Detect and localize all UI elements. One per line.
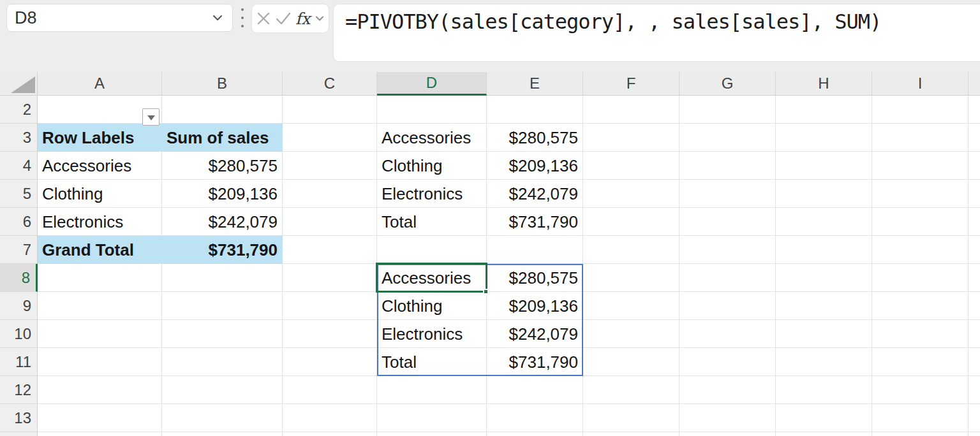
filter-triangle-icon [147, 115, 155, 120]
cell-a4[interactable]: Accessories [38, 152, 162, 180]
column-header-i[interactable]: I [872, 72, 969, 96]
cell-d5[interactable]: Electronics [377, 180, 487, 208]
filter-dropdown-button[interactable] [142, 108, 160, 126]
row-header-4[interactable]: 4 [0, 152, 38, 180]
insert-function-button[interactable]: fx [295, 11, 310, 27]
chevron-down-icon[interactable] [212, 12, 223, 24]
pivot-grand-total-label[interactable]: Grand Total [38, 236, 162, 264]
cell-b6[interactable]: $242,079 [162, 208, 283, 236]
name-box[interactable]: D8 [6, 4, 233, 32]
cancel-button[interactable] [256, 11, 271, 25]
row-header-8-selected[interactable]: 8 [0, 264, 38, 292]
row-header-7[interactable]: 7 [0, 236, 38, 264]
column-header-h[interactable]: H [776, 72, 872, 96]
pivot-grand-total-value[interactable]: $731,790 [162, 236, 283, 264]
row-header-5[interactable]: 5 [0, 180, 38, 208]
formula-area: D8 fx =PIVOTBY(sales[category], , sales[… [0, 0, 980, 72]
column-header-e[interactable]: E [487, 72, 583, 96]
column-header-b[interactable]: B [162, 72, 283, 96]
gridline [679, 96, 679, 436]
formula-controls: fx [251, 4, 329, 33]
column-header-strip: A B C D E F G H I [0, 72, 980, 96]
row-header-6[interactable]: 6 [0, 208, 38, 236]
formula-bar[interactable]: =PIVOTBY(sales[category], , sales[sales]… [333, 4, 980, 62]
cell-b4[interactable]: $280,575 [162, 152, 283, 180]
cell-d9[interactable]: Clothing [377, 292, 487, 320]
row-header-13[interactable]: 13 [0, 404, 38, 432]
column-header-f[interactable]: F [583, 72, 679, 96]
cell-b5[interactable]: $209,136 [162, 180, 283, 208]
pivot-header-sum-of-sales[interactable]: Sum of sales [162, 124, 283, 152]
cell-e9[interactable]: $209,136 [487, 292, 583, 320]
row-header-partial[interactable] [0, 432, 38, 436]
column-header-c[interactable]: C [283, 72, 377, 96]
fill-handle[interactable] [483, 289, 489, 294]
function-chevron-down-icon[interactable] [315, 14, 324, 23]
cell-d8-active[interactable]: Accessories [377, 264, 487, 292]
select-all-triangle-icon [11, 76, 35, 93]
cell-e10[interactable]: $242,079 [487, 320, 583, 348]
fx-icon: fx [295, 11, 310, 27]
cell-a5[interactable]: Clothing [38, 180, 162, 208]
enter-button[interactable] [276, 11, 291, 25]
cell-e8[interactable]: $280,575 [487, 264, 583, 292]
gridline [872, 96, 872, 436]
column-header-partial[interactable] [969, 72, 980, 96]
cell-d10[interactable]: Electronics [377, 320, 487, 348]
gridline [968, 96, 969, 436]
spreadsheet: A B C D E F G H I 2 3 4 5 6 7 8 9 10 11 … [0, 72, 980, 436]
row-header-12[interactable]: 12 [0, 376, 38, 404]
pivot-header-row-labels[interactable]: Row Labels [38, 124, 162, 152]
cell-e11[interactable]: $731,790 [487, 348, 583, 376]
cell-d6[interactable]: Total [377, 208, 487, 236]
row-header-9[interactable]: 9 [0, 292, 38, 320]
cell-d4[interactable]: Clothing [377, 152, 487, 180]
cell-d11[interactable]: Total [377, 348, 487, 376]
cell-e5[interactable]: $242,079 [487, 180, 583, 208]
cell-d3[interactable]: Accessories [377, 124, 487, 152]
row-header-2[interactable]: 2 [0, 96, 38, 124]
cell-a6[interactable]: Electronics [38, 208, 162, 236]
column-header-g[interactable]: G [679, 72, 776, 96]
cell-e4[interactable]: $209,136 [487, 152, 583, 180]
name-box-resize-handle-icon[interactable] [240, 8, 245, 27]
sheet-body[interactable]: Row Labels Sum of sales Accessories $280… [38, 96, 980, 436]
gridline [775, 96, 776, 436]
row-header-3[interactable]: 3 [0, 124, 38, 152]
name-box-value: D8 [7, 4, 212, 31]
select-all-button[interactable] [0, 72, 38, 96]
cell-e3[interactable]: $280,575 [487, 124, 583, 152]
row-header-11[interactable]: 11 [0, 348, 38, 376]
column-header-a[interactable]: A [38, 72, 162, 96]
cell-e6[interactable]: $731,790 [487, 208, 583, 236]
formula-text: =PIVOTBY(sales[category], , sales[sales]… [345, 10, 881, 34]
column-header-d-selected[interactable]: D [377, 72, 487, 96]
row-header-10[interactable]: 10 [0, 320, 38, 348]
